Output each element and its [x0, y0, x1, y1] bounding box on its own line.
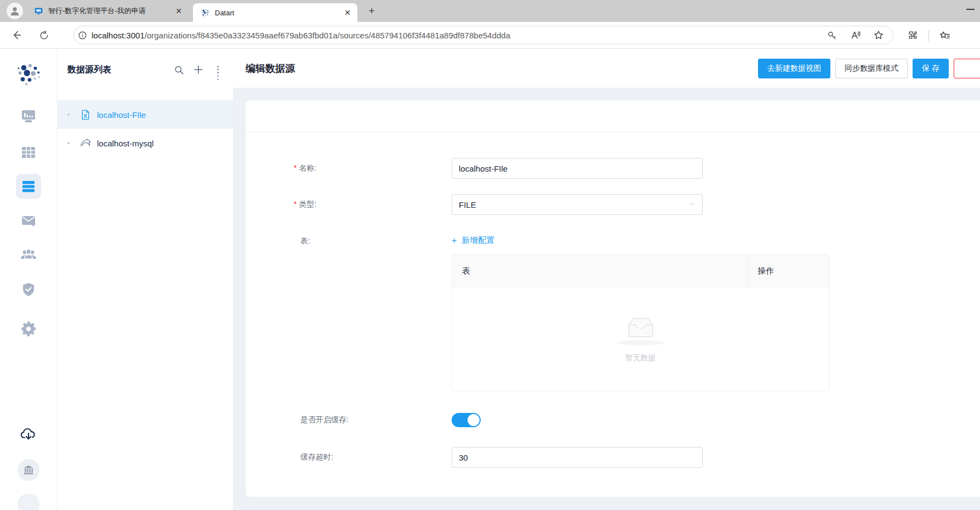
refresh-button[interactable] — [36, 27, 52, 43]
source-item-localhost-file[interactable]: localhost-FIle — [58, 100, 233, 129]
url-host: localhost:3001 — [92, 31, 145, 40]
edit-source-card: *名称: localhost-FIle *类型: FILE 表: + 新增配置 — [246, 100, 980, 497]
page-title: 编辑数据源 — [246, 62, 758, 75]
table-header-row: 表 操作 — [452, 255, 829, 287]
back-button[interactable] — [9, 27, 24, 43]
cloud-download-icon — [19, 425, 38, 444]
table-grid-icon — [20, 144, 37, 161]
users-group-icon — [19, 245, 38, 264]
password-key-icon[interactable] — [827, 30, 837, 41]
favorite-star-icon[interactable] — [873, 30, 884, 41]
datart-logo-icon — [16, 61, 41, 87]
screen: 智行-数字化管理平台-我的申请 ✕ Datart ✕ + localhost:3… — [0, 0, 980, 510]
sidebar-item-share[interactable] — [20, 212, 37, 230]
sidebar-item-viz[interactable] — [19, 107, 38, 126]
sidebar-item-settings[interactable] — [20, 321, 37, 337]
source-list-panel: 数据源列表 localhost- — [58, 49, 233, 510]
source-item-localhost-mysql[interactable]: localhost-mysql — [58, 129, 233, 157]
url-path: /organizations/f8435e0a3323459aaef679ab6… — [145, 31, 510, 40]
window-minimize-button[interactable] — [966, 9, 975, 10]
move-to-recycle-button[interactable]: 移 — [954, 59, 980, 78]
empty-state-text: 暂无数据 — [625, 353, 656, 363]
mail-send-icon — [20, 212, 37, 230]
chevron-down-icon — [689, 201, 696, 209]
browser-tab-datart[interactable]: Datart ✕ — [193, 3, 357, 22]
monitor-favicon-icon — [34, 7, 43, 16]
datart-app: 数据源列表 localhost- — [0, 49, 980, 510]
sidebar-item-download[interactable] — [19, 425, 38, 444]
sync-database-schema-button[interactable]: 同步数据库模式 — [835, 59, 908, 78]
tree-switcher-dot — [67, 114, 70, 116]
tab-title: Datart — [215, 9, 342, 17]
tables-config-table: 表 操作 暂无数据 — [452, 254, 829, 391]
tab-title: 智行-数字化管理平台-我的申请 — [48, 6, 173, 16]
active-nav-highlight — [16, 174, 41, 199]
empty-inbox-icon — [623, 316, 658, 339]
add-config-label: 新增配置 — [461, 235, 494, 246]
sidebar-item-permissions[interactable] — [20, 281, 37, 298]
sidebar-item-members[interactable] — [19, 245, 38, 264]
create-data-view-button[interactable]: 去新建数据视图 — [758, 59, 830, 78]
add-config-link[interactable]: + 新增配置 — [452, 235, 494, 246]
type-field-label: *类型: — [294, 200, 316, 209]
required-asterisk: * — [294, 200, 297, 208]
name-field-label: *名称: — [294, 163, 316, 173]
table-column-header: 表 — [452, 255, 748, 287]
add-source-icon[interactable] — [192, 64, 204, 76]
cache-timeout-input[interactable]: 30 — [452, 447, 703, 468]
name-input-value: localhost-FIle — [459, 164, 508, 173]
cache-timeout-value: 30 — [459, 453, 468, 462]
person-icon — [9, 5, 21, 17]
type-select-value: FILE — [459, 200, 476, 209]
favorites-list-icon[interactable] — [939, 30, 951, 42]
browser-profile-avatar[interactable] — [7, 3, 23, 19]
site-info-icon[interactable] — [74, 31, 90, 40]
sidebar-item-sources[interactable] — [16, 174, 41, 199]
toolbar-divider — [928, 30, 929, 41]
sidebar-item-organization[interactable] — [18, 459, 39, 481]
page-header: 编辑数据源 去新建数据视图 同步数据库模式 保 存 移 — [233, 49, 980, 88]
new-tab-button[interactable]: + — [365, 4, 378, 18]
type-select[interactable]: FILE — [452, 194, 703, 215]
search-icon[interactable] — [173, 64, 185, 76]
required-asterisk: * — [294, 163, 297, 172]
main-content: 编辑数据源 去新建数据视图 同步数据库模式 保 存 移 *名称: localho… — [233, 49, 980, 510]
tab-close-icon[interactable]: ✕ — [173, 5, 184, 16]
browser-tab-bar: 智行-数字化管理平台-我的申请 ✕ Datart ✕ + — [0, 0, 980, 22]
save-button[interactable]: 保 存 — [913, 59, 949, 78]
bank-icon — [22, 464, 35, 476]
datart-logo[interactable] — [16, 61, 41, 87]
read-aloud-icon[interactable] — [850, 30, 861, 41]
dashboard-monitor-icon — [19, 107, 38, 126]
browser-tab-zhixing[interactable]: 智行-数字化管理平台-我的申请 ✕ — [26, 0, 189, 22]
browser-toolbar: localhost:3001/organizations/f8435e0a332… — [0, 22, 980, 49]
source-panel-header: 数据源列表 — [58, 49, 233, 90]
cache-timeout-label: 缓存超时: — [300, 452, 333, 462]
source-list-icon — [21, 179, 36, 194]
table-field-label: 表: — [300, 236, 310, 246]
toggle-knob — [468, 414, 480, 426]
empty-state: 暂无数据 — [452, 287, 829, 391]
card-divider — [246, 132, 980, 132]
sidebar-item-views[interactable] — [20, 144, 37, 161]
extensions-icon[interactable] — [907, 30, 919, 41]
tree-switcher-dot — [67, 142, 70, 144]
address-bar[interactable]: localhost:3001/organizations/f8435e0a332… — [73, 26, 893, 44]
gear-icon — [20, 321, 37, 337]
plus-icon: + — [452, 236, 457, 246]
cache-enable-label: 是否开启缓存: — [300, 415, 349, 425]
mysql-dolphin-icon — [79, 137, 92, 149]
datart-favicon-icon — [201, 8, 210, 18]
source-item-label: localhost-mysql — [97, 139, 153, 148]
excel-file-icon — [79, 109, 92, 121]
tab-close-icon[interactable]: ✕ — [342, 7, 353, 18]
url-text: localhost:3001/organizations/f8435e0a332… — [92, 31, 827, 40]
action-column-header: 操作 — [748, 255, 829, 287]
cache-enable-toggle[interactable] — [452, 413, 481, 427]
panel-resize-handle[interactable] — [217, 69, 219, 80]
sidebar-item-more[interactable] — [18, 494, 39, 510]
source-panel-title: 数据源列表 — [67, 64, 173, 76]
source-item-label: localhost-FIle — [97, 110, 146, 120]
app-side-nav — [0, 49, 58, 510]
name-input[interactable]: localhost-FIle — [452, 158, 703, 179]
